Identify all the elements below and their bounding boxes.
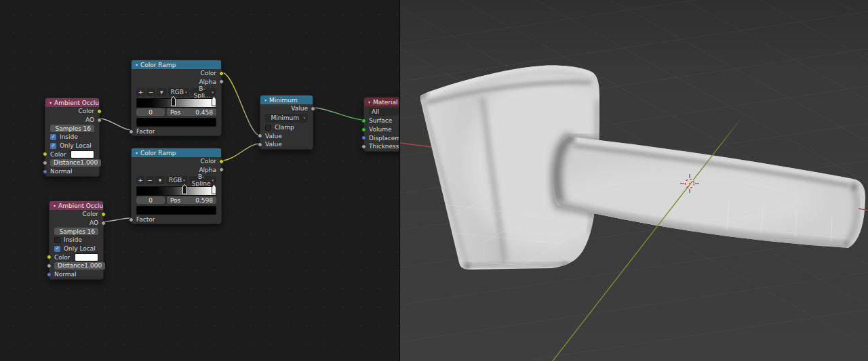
- samples-field[interactable]: Samples16: [54, 228, 98, 235]
- specials-menu-button[interactable]: ▾: [155, 176, 165, 184]
- blender-window: ▾ Ambient Occlusion Color AO Samples16 ✓…: [0, 0, 868, 361]
- remove-stop-button[interactable]: −: [146, 176, 154, 184]
- distance-field[interactable]: Distance1.000: [50, 159, 101, 167]
- output-label-alpha: Alpha: [199, 79, 216, 85]
- clamp-checkbox[interactable]: [265, 125, 271, 131]
- chevron-down-icon: ▾: [212, 90, 214, 94]
- socket-displacement-input[interactable]: [361, 135, 366, 140]
- collapse-chevron-icon[interactable]: ▾: [368, 100, 370, 104]
- check-icon: ✓: [52, 134, 56, 140]
- stop-color-swatch[interactable]: [136, 118, 216, 127]
- node-header[interactable]: ▾ Minimum: [260, 95, 313, 104]
- color-swatch[interactable]: [75, 253, 99, 261]
- socket-color-output[interactable]: [101, 212, 106, 217]
- thickness-label: Thickness: [369, 143, 399, 150]
- stop-index-field[interactable]: 0: [136, 108, 165, 116]
- remove-stop-button[interactable]: −: [146, 88, 155, 96]
- socket-normal-input[interactable]: [47, 272, 52, 277]
- socket-normal-input[interactable]: [43, 169, 47, 174]
- node-header[interactable]: ▾ Ambient Occlusion: [45, 98, 99, 107]
- node-title: Ambient Occlusion: [58, 203, 103, 209]
- output-label-color: Color: [201, 158, 217, 165]
- node-material-output[interactable]: ▾ Material Output All Surface Volume Dis…: [363, 97, 399, 152]
- displacement-label: Displacement: [369, 135, 399, 142]
- node-editor[interactable]: ▾ Ambient Occlusion Color AO Samples16 ✓…: [0, 0, 399, 361]
- socket-color-input[interactable]: [43, 152, 47, 156]
- volume-label: Volume: [369, 126, 391, 133]
- stop-index-field[interactable]: 0: [136, 196, 165, 204]
- socket-surface-input[interactable]: [361, 119, 366, 123]
- socket-distance-input[interactable]: [47, 263, 52, 268]
- output-label-ao: AO: [90, 219, 98, 226]
- node-color-ramp-2[interactable]: ▾ Color Ramp Color Alpha + − ▾ RGB▾ B-Sp…: [131, 148, 222, 224]
- color-swatch[interactable]: [71, 150, 95, 158]
- link-ramp1-minimum: [222, 72, 260, 135]
- socket-value-output[interactable]: [311, 106, 315, 111]
- socket-ao-output[interactable]: [101, 221, 106, 226]
- node-header[interactable]: ▾ Color Ramp: [132, 148, 221, 157]
- stop-color-swatch[interactable]: [136, 206, 216, 215]
- color-mode-dropdown[interactable]: RGB▾: [166, 176, 188, 184]
- socket-value-input-2[interactable]: [258, 142, 262, 147]
- only-local-checkbox[interactable]: ✓: [50, 143, 56, 149]
- inside-checkbox[interactable]: ✓: [50, 134, 56, 140]
- socket-color-output[interactable]: [219, 159, 224, 164]
- node-header[interactable]: ▾ Color Ramp: [132, 60, 221, 69]
- value-label: Value: [265, 133, 282, 140]
- socket-value-input-1[interactable]: [258, 133, 262, 138]
- color-ramp-gradient[interactable]: [136, 96, 216, 108]
- inside-checkbox[interactable]: [54, 237, 60, 243]
- node-color-ramp-1[interactable]: ▾ Color Ramp Color Alpha + − ▾ RGB▾ B-Sp…: [131, 60, 222, 136]
- socket-color-input[interactable]: [47, 255, 52, 259]
- collapse-chevron-icon[interactable]: ▾: [50, 101, 52, 105]
- collapse-chevron-icon[interactable]: ▾: [264, 98, 267, 102]
- socket-color-output[interactable]: [219, 71, 224, 76]
- add-stop-button[interactable]: +: [136, 88, 145, 96]
- value-label: Value: [265, 141, 282, 148]
- distance-field[interactable]: Distance1.000: [54, 262, 105, 270]
- node-title: Color Ramp: [140, 62, 176, 68]
- node-title: Ambient Occlusion: [54, 100, 99, 106]
- only-local-label: Only Local: [60, 142, 92, 149]
- socket-ao-output[interactable]: [97, 118, 102, 123]
- operation-dropdown[interactable]: Minimum▾: [265, 114, 308, 123]
- color-ramp-gradient[interactable]: [136, 184, 216, 196]
- color-label: Color: [54, 254, 71, 261]
- socket-thickness-input[interactable]: [361, 144, 366, 149]
- node-header[interactable]: ▾ Material Output: [364, 98, 399, 106]
- socket-factor-input[interactable]: [129, 129, 134, 134]
- node-ambient-occlusion-2[interactable]: ▾ Ambient Occlusion Color AO Samples16 I…: [49, 200, 104, 280]
- stop-position-field[interactable]: Pos0.458: [167, 108, 216, 116]
- add-stop-button[interactable]: +: [136, 176, 144, 184]
- socket-distance-input[interactable]: [43, 161, 47, 165]
- color-mode-dropdown[interactable]: RGB▾: [168, 88, 190, 96]
- target-dropdown[interactable]: All: [369, 108, 399, 116]
- socket-color-output[interactable]: [97, 109, 102, 114]
- socket-volume-input[interactable]: [361, 127, 366, 132]
- collapse-chevron-icon[interactable]: ▾: [136, 151, 138, 155]
- node-title: Minimum: [269, 97, 298, 104]
- output-label-ao: AO: [85, 116, 94, 123]
- collapse-chevron-icon[interactable]: ▾: [54, 204, 56, 208]
- gradient-bar[interactable]: [136, 186, 216, 196]
- socket-alpha-output[interactable]: [219, 79, 224, 84]
- interpolation-dropdown[interactable]: B-Spli...▾: [191, 88, 216, 96]
- gradient-bar[interactable]: [136, 98, 216, 108]
- collapse-chevron-icon[interactable]: ▾: [136, 63, 138, 67]
- viewport-3d[interactable]: [400, 0, 868, 361]
- chevron-down-icon: ▾: [160, 89, 163, 95]
- specials-menu-button[interactable]: ▾: [157, 88, 167, 96]
- node-minimum[interactable]: ▾ Minimum Value Minimum▾ Clamp Value Val…: [260, 95, 313, 150]
- inside-label: Inside: [60, 133, 78, 140]
- output-label-alpha: Alpha: [199, 167, 216, 173]
- socket-factor-input[interactable]: [129, 217, 134, 222]
- link-ao1-ramp1: [100, 119, 131, 130]
- node-header[interactable]: ▾ Ambient Occlusion: [50, 201, 103, 210]
- node-ambient-occlusion-1[interactable]: ▾ Ambient Occlusion Color AO Samples16 ✓…: [45, 98, 100, 177]
- interpolation-dropdown[interactable]: B-Spline▾: [189, 176, 216, 184]
- chevron-down-icon: ▾: [183, 178, 185, 182]
- stop-position-field[interactable]: Pos0.598: [167, 196, 216, 204]
- samples-field[interactable]: Samples16: [50, 125, 94, 132]
- only-local-checkbox[interactable]: ✓: [54, 246, 60, 252]
- socket-alpha-output[interactable]: [219, 167, 224, 172]
